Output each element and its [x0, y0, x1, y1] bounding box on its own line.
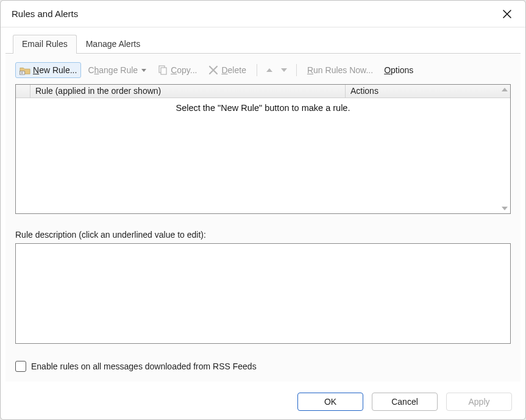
- column-rule-header[interactable]: Rule (applied in the order shown): [30, 85, 346, 98]
- svg-rect-0: [20, 71, 24, 74]
- copy-icon: [157, 65, 168, 76]
- dialog-button-row: OK Cancel Apply: [1, 386, 525, 419]
- rules-and-alerts-window: Rules and Alerts Email Rules Manage Aler…: [0, 0, 526, 420]
- close-icon: [502, 9, 512, 19]
- cancel-button[interactable]: Cancel: [372, 393, 438, 411]
- options-button[interactable]: Options: [380, 63, 418, 77]
- arrow-up-icon: [266, 68, 272, 72]
- column-actions-header[interactable]: Actions: [346, 85, 510, 98]
- button-label: Change Rule: [88, 65, 138, 75]
- toolbar: New Rule... Change Rule Copy... Delete: [15, 61, 511, 84]
- svg-rect-2: [161, 68, 166, 74]
- rules-list-header: Rule (applied in the order shown) Action…: [16, 85, 510, 98]
- button-label: Delete: [221, 65, 246, 75]
- ok-button[interactable]: OK: [297, 393, 363, 411]
- chevron-up-icon: [502, 88, 508, 91]
- run-rules-now-button[interactable]: Run Rules Now...: [303, 63, 377, 77]
- folder-rule-icon: [20, 65, 30, 76]
- arrow-down-icon: [281, 68, 287, 72]
- chevron-down-icon: [502, 207, 508, 210]
- title-bar: Rules and Alerts: [1, 1, 525, 27]
- tab-email-rules[interactable]: Email Rules: [13, 35, 77, 54]
- move-down-button[interactable]: [278, 64, 290, 76]
- move-up-button[interactable]: [263, 64, 275, 76]
- button-label: Run Rules Now...: [307, 65, 373, 75]
- scroll-up-button[interactable]: [500, 85, 509, 94]
- button-label: Apply: [468, 397, 489, 407]
- tab-label: Manage Alerts: [86, 39, 141, 49]
- toolbar-separator: [257, 64, 257, 76]
- close-button[interactable]: [497, 4, 517, 24]
- button-label: Options: [384, 65, 413, 75]
- apply-button[interactable]: Apply: [446, 393, 512, 411]
- chevron-down-icon: [141, 69, 146, 72]
- rules-list-body[interactable]: Select the "New Rule" button to make a r…: [16, 98, 510, 213]
- rss-checkbox-row[interactable]: Enable rules on all messages downloaded …: [15, 361, 511, 372]
- empty-list-text: Select the "New Rule" button to make a r…: [176, 103, 350, 113]
- delete-button[interactable]: Delete: [204, 62, 250, 78]
- rules-list: Rule (applied in the order shown) Action…: [15, 84, 511, 214]
- toolbar-separator: [296, 64, 297, 76]
- tab-manage-alerts[interactable]: Manage Alerts: [77, 35, 150, 54]
- button-label: OK: [324, 397, 336, 407]
- tab-panel-email-rules: New Rule... Change Rule Copy... Delete: [5, 54, 521, 382]
- copy-button[interactable]: Copy...: [153, 62, 201, 78]
- rss-checkbox[interactable]: [15, 361, 26, 372]
- delete-icon: [208, 65, 219, 76]
- window-title: Rules and Alerts: [12, 9, 497, 19]
- button-label: New Rule...: [33, 65, 77, 75]
- tab-label: Email Rules: [22, 39, 68, 49]
- rss-checkbox-label: Enable rules on all messages downloaded …: [31, 361, 257, 371]
- column-checkbox[interactable]: [16, 85, 30, 98]
- scroll-down-button[interactable]: [500, 204, 509, 213]
- change-rule-button[interactable]: Change Rule: [84, 63, 151, 77]
- rule-description-label: Rule description (click an underlined va…: [15, 230, 511, 240]
- new-rule-button[interactable]: New Rule...: [15, 62, 81, 78]
- button-label: Cancel: [391, 397, 418, 407]
- tab-row: Email Rules Manage Alerts: [1, 27, 525, 54]
- button-label: Copy...: [171, 65, 197, 75]
- rule-description-box[interactable]: [15, 243, 511, 344]
